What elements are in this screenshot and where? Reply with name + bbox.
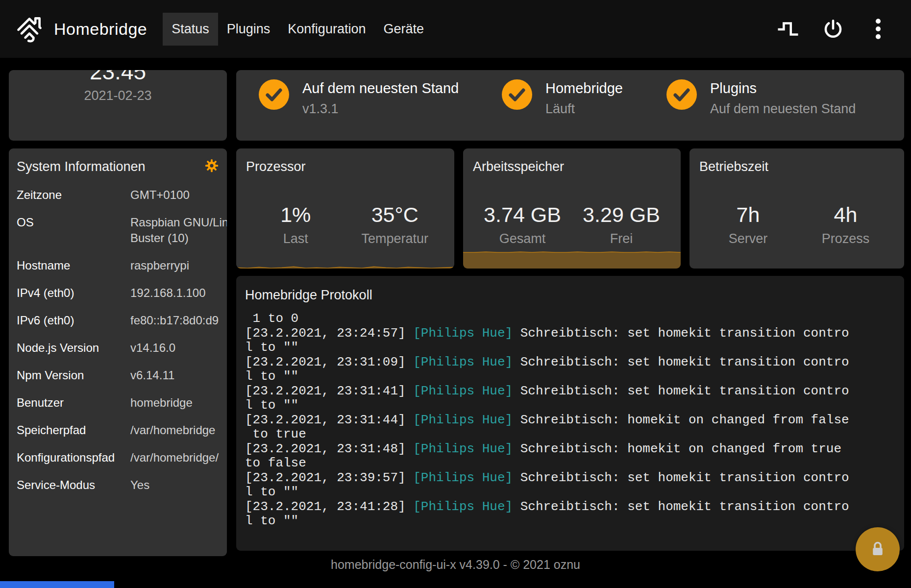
- log-line: [23.2.2021, 23:31:44] [Philips Hue] Schr…: [245, 413, 904, 428]
- app-title: Homebridge: [54, 20, 147, 39]
- footer-version-text: homebridge-config-ui-x v4.39.0 - © 2021 …: [0, 558, 911, 572]
- cpu-sparkline-chart: [236, 260, 454, 269]
- memory-title: Arbeitsspeicher: [473, 159, 671, 174]
- memory-sparkline-chart: [463, 249, 681, 269]
- system-info-label: Benutzer: [17, 395, 130, 411]
- cpu-title: Prozessor: [246, 159, 444, 174]
- restart-icon[interactable]: [777, 18, 799, 40]
- status-title: Auf dem neuesten Stand: [302, 80, 459, 97]
- system-info-value: /var/homebridge: [130, 422, 227, 438]
- cpu-load-value: 1%: [246, 203, 345, 226]
- gear-icon[interactable]: [204, 158, 219, 173]
- log-line: l to "": [245, 485, 904, 500]
- system-info-label: Speicherpfad: [17, 422, 130, 438]
- nav-item-geraete[interactable]: Geräte: [374, 13, 433, 46]
- status-item-plugins: Plugins Auf dem neuesten Stand: [666, 79, 856, 117]
- homebridge-logo-icon: [15, 14, 44, 44]
- nav-item-status[interactable]: Status: [163, 13, 218, 46]
- memory-widget: Arbeitsspeicher 3.74 GB Gesamt 3.29 GB F…: [463, 148, 681, 269]
- log-title: Homebridge Protokoll: [245, 288, 904, 303]
- homebridge-dashboard: Homebridge Status Plugins Konfiguration …: [0, 0, 911, 588]
- system-info-label: Zeitzone: [17, 187, 130, 203]
- system-info-row: Speicherpfad/var/homebridge: [17, 416, 227, 444]
- log-plugin-tag: [Philips Hue]: [413, 384, 513, 398]
- status-widget: Auf dem neuesten Stand v1.3.1 Homebridge…: [236, 70, 904, 141]
- system-info-value: raspberrypi: [130, 258, 227, 273]
- system-info-value: 192.168.1.100: [130, 285, 227, 301]
- status-item-homebridge-version: Auf dem neuesten Stand v1.3.1: [258, 79, 459, 117]
- system-info-value: v14.16.0: [130, 340, 227, 356]
- log-line: 1 to 0: [245, 312, 904, 326]
- nav-item-plugins[interactable]: Plugins: [218, 13, 279, 46]
- overflow-menu-icon[interactable]: [867, 18, 889, 40]
- check-circle-icon: [666, 79, 697, 110]
- system-info-label: OS: [17, 215, 130, 230]
- uptime-process-label: Prozess: [797, 231, 894, 246]
- system-info-label: Node.js Version: [17, 340, 130, 356]
- lock-button[interactable]: [856, 527, 900, 571]
- power-icon[interactable]: [822, 18, 844, 40]
- system-info-row: Node.js Versionv14.16.0: [17, 334, 227, 362]
- system-info-value: fe80::b17:8d0:d9: [130, 313, 227, 328]
- system-info-row: Konfigurationspfad/var/homebridge/: [17, 444, 227, 471]
- uptime-process-value: 4h: [797, 203, 894, 226]
- status-title: Plugins: [710, 80, 856, 97]
- lock-icon: [869, 540, 886, 558]
- memory-free-label: Frei: [572, 231, 671, 246]
- system-info-value: GMT+0100: [130, 187, 227, 203]
- main-nav: Status Plugins Konfiguration Geräte: [163, 13, 433, 46]
- system-info-value: homebridge: [130, 395, 227, 411]
- system-info-row: Npm Versionv6.14.11: [17, 362, 227, 389]
- status-subtitle: Auf dem neuesten Stand: [710, 101, 856, 117]
- log-line: [23.2.2021, 23:31:48] [Philips Hue] Schr…: [245, 442, 904, 457]
- status-item-homebridge-running: Homebridge Läuft: [501, 79, 623, 117]
- cpu-temp-value: 35°C: [345, 203, 445, 226]
- log-plugin-tag: [Philips Hue]: [413, 471, 513, 485]
- log-plugin-tag: [Philips Hue]: [413, 442, 513, 456]
- log-line: [23.2.2021, 23:39:57] [Philips Hue] Schr…: [245, 471, 904, 486]
- log-line: [23.2.2021, 23:24:57] [Philips Hue] Schr…: [245, 326, 904, 341]
- status-subtitle: v1.3.1: [302, 101, 459, 117]
- system-info-label: Konfigurationspfad: [17, 450, 130, 466]
- memory-total-value: 3.74 GB: [473, 203, 572, 226]
- clock-time: 23:45: [9, 70, 227, 83]
- status-subtitle: Läuft: [545, 101, 623, 117]
- system-info-value: Yes: [130, 477, 227, 493]
- system-info-row: Benutzerhomebridge: [17, 389, 227, 416]
- system-info-value: /var/homebridge/: [130, 450, 227, 466]
- log-line: l to "": [245, 398, 904, 413]
- log-line: [23.2.2021, 23:41:28] [Philips Hue] Schr…: [245, 500, 904, 514]
- system-info-row: ZeitzoneGMT+0100: [17, 181, 227, 209]
- uptime-widget: Betriebszeit 7h Server 4h Prozess: [689, 148, 904, 269]
- check-circle-icon: [501, 79, 533, 110]
- log-plugin-tag: [Philips Hue]: [413, 500, 513, 514]
- system-info-table: ZeitzoneGMT+0100OSRaspbian GNU/Linux Bus…: [17, 181, 227, 499]
- cpu-widget: Prozessor 1% Last 35°C Temperatur: [236, 148, 454, 269]
- system-info-value: Raspbian GNU/Linux Buster (10): [130, 215, 227, 246]
- system-info-title: System Informationen: [17, 159, 227, 174]
- nav-item-konfiguration[interactable]: Konfiguration: [279, 13, 374, 46]
- log-lines[interactable]: 1 to 0[23.2.2021, 23:24:57] [Philips Hue…: [245, 312, 904, 529]
- clock-widget: 23:45 2021-02-23: [9, 70, 227, 141]
- log-plugin-tag: [Philips Hue]: [413, 413, 513, 427]
- cpu-temp-label: Temperatur: [345, 231, 445, 246]
- system-info-label: IPv4 (eth0): [17, 285, 130, 301]
- log-plugin-tag: [Philips Hue]: [413, 355, 513, 369]
- memory-free-value: 3.29 GB: [572, 203, 671, 226]
- system-info-row: Hostnameraspberrypi: [17, 252, 227, 279]
- system-info-row: Service-ModusYes: [17, 471, 227, 499]
- log-line: [23.2.2021, 23:31:41] [Philips Hue] Schr…: [245, 384, 904, 399]
- log-plugin-tag: [Philips Hue]: [413, 326, 513, 341]
- status-title: Homebridge: [545, 80, 623, 97]
- navbar: Homebridge Status Plugins Konfiguration …: [0, 0, 911, 58]
- system-info-label: Npm Version: [17, 368, 130, 383]
- log-line: l to "": [245, 369, 904, 384]
- bottom-blue-strip: [0, 581, 114, 588]
- clock-date: 2021-02-23: [9, 88, 227, 103]
- log-line: [23.2.2021, 23:31:09] [Philips Hue] Schr…: [245, 355, 904, 370]
- cpu-load-label: Last: [246, 231, 345, 246]
- system-info-label: Service-Modus: [17, 477, 130, 493]
- log-widget: Homebridge Protokoll 1 to 0[23.2.2021, 2…: [236, 276, 904, 551]
- system-info-row: OSRaspbian GNU/Linux Buster (10): [17, 209, 227, 252]
- system-info-row: IPv4 (eth0)192.168.1.100: [17, 279, 227, 307]
